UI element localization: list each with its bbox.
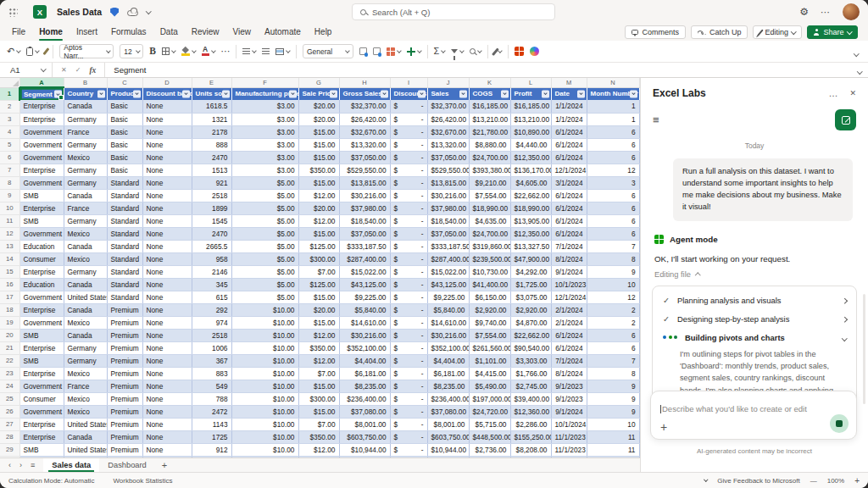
cell[interactable]: $20.00 — [298, 303, 339, 316]
cell[interactable]: $5.00 — [231, 240, 298, 252]
cell[interactable]: $603,750.00 — [339, 430, 390, 443]
cell[interactable]: $5.00 — [231, 291, 298, 303]
cell[interactable]: $12.00 — [298, 354, 339, 367]
cell[interactable]: $16,185.00 — [469, 100, 510, 113]
excel-labs-icon[interactable] — [515, 47, 524, 56]
table-header-cell[interactable]: COGS — [469, 87, 510, 100]
formula-bar-expand-icon[interactable] — [858, 65, 868, 75]
cell[interactable]: 6/1/2024 — [551, 189, 587, 202]
cell[interactable]: $22,662.00 — [510, 329, 551, 341]
cell[interactable]: 8/1/2024 — [551, 367, 587, 380]
cell[interactable]: 9 — [587, 405, 639, 418]
filter-dropdown-icon[interactable] — [54, 91, 62, 98]
merge-center-icon[interactable] — [275, 48, 290, 55]
cell[interactable]: Standard — [107, 291, 142, 303]
row-header[interactable]: 4 — [0, 125, 19, 138]
more-font-options-icon[interactable]: ⋯ — [220, 47, 230, 56]
cell[interactable]: SMB — [19, 354, 64, 367]
catch-up-button[interactable]: Catch Up — [691, 25, 748, 39]
cell[interactable]: Government — [19, 125, 64, 138]
column-header-B[interactable]: B — [64, 78, 107, 87]
cell[interactable]: 2/1/2024 — [551, 303, 587, 316]
settings-gear-icon[interactable]: ⚙ — [799, 7, 809, 17]
cell[interactable]: Canada — [64, 278, 107, 291]
cell[interactable]: $1,725.00 — [510, 278, 551, 291]
cell[interactable]: Germany — [64, 113, 107, 125]
cell[interactable]: Standard — [107, 202, 142, 214]
cell[interactable]: 9/1/2024 — [551, 265, 587, 278]
cell[interactable]: Germany — [64, 164, 107, 176]
cell[interactable]: 11/1/2023 — [551, 443, 587, 456]
cell[interactable]: $350.00 — [298, 164, 339, 176]
cell[interactable]: Mexico — [64, 367, 107, 380]
filter-dropdown-icon[interactable] — [381, 90, 388, 97]
cell[interactable]: Canada — [64, 430, 107, 443]
cell[interactable]: $15.00 — [298, 125, 339, 138]
cell[interactable]: 888 — [192, 138, 231, 151]
cell[interactable]: $32,670.00 — [427, 125, 469, 138]
cell[interactable]: $155,250.00 — [510, 430, 551, 443]
cell[interactable]: 6 — [587, 138, 639, 151]
table-header-cell[interactable]: Discounts — [390, 87, 427, 100]
table-header-cell[interactable]: Profit — [510, 87, 551, 100]
cell[interactable]: $15.00 — [298, 316, 339, 329]
cell[interactable]: $236,400.00 — [339, 392, 390, 405]
cell[interactable]: Enterprise — [19, 202, 64, 214]
cell[interactable]: 1513 — [192, 164, 231, 176]
autosum-icon[interactable]: Σ — [434, 47, 446, 56]
cell[interactable]: 549 — [192, 380, 231, 392]
cell[interactable]: $2,745.00 — [510, 380, 551, 392]
editing-file-toggle[interactable]: Editing file — [641, 265, 868, 284]
cell[interactable]: $37,050.00 — [427, 151, 469, 164]
cell[interactable]: $15.00 — [298, 151, 339, 164]
filter-dropdown-icon[interactable] — [222, 90, 230, 97]
sheet-list-icon[interactable]: ≡ — [31, 461, 35, 469]
cell[interactable]: $30,216.00 — [427, 189, 469, 202]
cell[interactable]: $43,125.00 — [339, 278, 390, 291]
table-header-cell[interactable]: Discount band — [142, 87, 192, 100]
cell[interactable]: $15.00 — [298, 227, 339, 240]
cell[interactable]: 10/1/2024 — [551, 418, 587, 430]
number-format-select[interactable]: General — [303, 44, 353, 58]
cell[interactable]: $10,944.00 — [427, 443, 469, 456]
cell[interactable]: Premium — [107, 341, 142, 354]
cell[interactable]: $12.00 — [298, 443, 339, 456]
spreadsheet-grid[interactable]: ABCDEFGHIJKLMN1SegmentCountryProductDisc… — [0, 78, 641, 458]
cell[interactable]: 974 — [192, 316, 231, 329]
cell[interactable]: $15.00 — [298, 176, 339, 189]
cell[interactable]: 2 — [587, 316, 639, 329]
cell[interactable]: Mexico — [64, 392, 107, 405]
cell[interactable]: $4,635.00 — [469, 214, 510, 227]
cell[interactable]: $10,944.00 — [339, 443, 390, 456]
cell[interactable]: $8,001.00 — [427, 418, 469, 430]
cell[interactable]: $4,404.00 — [427, 354, 469, 367]
cell[interactable]: Canada — [64, 100, 107, 113]
cell[interactable]: 6 — [587, 202, 639, 214]
menu-home[interactable]: Home — [32, 24, 70, 41]
filter-dropdown-icon[interactable] — [133, 90, 141, 97]
format-painter-icon[interactable] — [45, 47, 47, 55]
cell[interactable]: None — [142, 252, 192, 265]
cell[interactable]: Germany — [64, 265, 107, 278]
cell[interactable]: None — [142, 354, 192, 367]
cell[interactable]: Government — [19, 380, 64, 392]
cell[interactable]: 6 — [587, 189, 639, 202]
cell[interactable]: $37,050.00 — [339, 151, 390, 164]
cell[interactable]: $21,780.00 — [469, 125, 510, 138]
cell[interactable]: $15.00 — [298, 291, 339, 303]
cell[interactable]: $2,286.00 — [510, 418, 551, 430]
cell[interactable]: $13,210.00 — [510, 113, 551, 125]
cell[interactable]: $10,730.00 — [469, 265, 510, 278]
row-header[interactable]: 26 — [0, 405, 19, 418]
cell[interactable]: Enterprise — [19, 100, 64, 113]
cell[interactable]: 1/1/2024 — [551, 100, 587, 113]
cell[interactable]: $- — [390, 125, 427, 138]
cell[interactable]: $5,840.00 — [339, 303, 390, 316]
filter-dropdown-icon[interactable] — [577, 90, 585, 97]
cell[interactable]: $12.00 — [298, 189, 339, 202]
cell[interactable]: $- — [390, 354, 427, 367]
cell[interactable]: $333,187.50 — [427, 240, 469, 252]
cell[interactable]: None — [142, 240, 192, 252]
cell[interactable]: 6/1/2024 — [551, 138, 587, 151]
fill-color-icon[interactable] — [181, 47, 196, 56]
